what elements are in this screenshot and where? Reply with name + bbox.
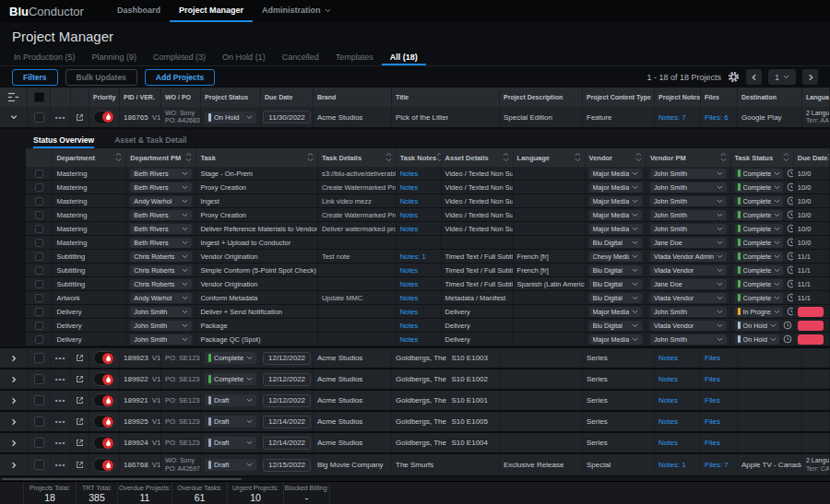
detail-tab-asset-task-detail[interactable]: Asset & Task Detail	[114, 133, 186, 148]
department-pm-select[interactable]: Beth Rivers	[130, 238, 192, 248]
department-pm-select[interactable]: Beth Rivers	[130, 224, 192, 234]
project-files-link[interactable]: Files	[705, 375, 720, 383]
vendor-select[interactable]: Major Media Service	[589, 169, 642, 179]
sort-icon[interactable]	[307, 152, 314, 164]
task-notes-link[interactable]: Notes	[400, 211, 419, 219]
vendor-pm-select[interactable]: John Smith	[650, 196, 727, 206]
vendor-select[interactable]: Blu Digital	[589, 279, 642, 289]
row-checkbox[interactable]	[34, 353, 44, 363]
more-options-button[interactable]: •••	[55, 417, 65, 426]
task-status-select[interactable]: On Hold	[735, 334, 779, 345]
sort-icon[interactable]	[720, 152, 727, 164]
more-options-button[interactable]: •••	[55, 439, 65, 447]
task-checkbox[interactable]	[35, 211, 43, 219]
next-page-button[interactable]	[802, 69, 818, 85]
collapse-row-icon[interactable]	[9, 112, 18, 122]
clock-icon[interactable]	[787, 265, 794, 275]
project-status-select[interactable]: On Hold	[205, 111, 256, 123]
project-notes-link[interactable]: Notes	[658, 417, 678, 426]
priority-toggle[interactable]	[93, 393, 115, 407]
vendor-select[interactable]: Major Media Service	[589, 210, 642, 220]
project-notes-link[interactable]: Notes	[658, 375, 678, 383]
task-notes-link[interactable]: Notes	[400, 322, 419, 330]
expand-row-icon[interactable]	[9, 396, 18, 405]
task-checkbox[interactable]	[35, 335, 43, 344]
nav-item-dashboard[interactable]: Dashboard	[108, 0, 170, 22]
clock-icon[interactable]	[783, 334, 792, 344]
department-pm-select[interactable]: John Smith	[130, 307, 192, 317]
priority-toggle[interactable]	[93, 111, 115, 124]
task-notes-link[interactable]: Notes	[400, 308, 419, 316]
project-notes-link[interactable]: Notes: 7	[658, 113, 686, 122]
vendor-pm-select[interactable]: John Smith	[650, 224, 727, 234]
expand-row-icon[interactable]	[9, 375, 18, 384]
vendor-pm-select[interactable]: John Smith	[650, 169, 727, 179]
clock-icon[interactable]	[787, 279, 794, 288]
vendor-select[interactable]: Major Media Service	[589, 196, 642, 206]
due-date-field[interactable]: 12/12/2022	[263, 373, 311, 386]
scrollbar-thumb[interactable]	[2, 478, 242, 480]
project-files-link[interactable]: Files	[705, 417, 720, 426]
project-status-select[interactable]: Draft	[205, 437, 256, 449]
task-notes-link[interactable]: Notes	[400, 266, 419, 275]
vendor-select[interactable]: Major Media Service	[589, 182, 642, 193]
row-checkbox[interactable]	[34, 374, 44, 384]
task-checkbox[interactable]	[35, 322, 43, 330]
more-options-button[interactable]: •••	[55, 461, 65, 469]
tab-on-hold-1-[interactable]: On Hold (1)	[214, 50, 274, 65]
task-status-select[interactable]: Completed	[735, 182, 783, 193]
vendor-select[interactable]: Blu Digital	[589, 293, 642, 303]
department-pm-select[interactable]: Beth Rivers	[130, 169, 192, 179]
sort-icon[interactable]	[575, 152, 581, 164]
task-notes-link[interactable]: Notes	[400, 280, 419, 288]
task-status-select[interactable]: Completed	[735, 169, 783, 179]
vendor-pm-select[interactable]: John Smith	[650, 210, 727, 220]
tab-all-18-[interactable]: All (18)	[382, 50, 426, 65]
project-notes-link[interactable]: Notes	[658, 354, 678, 362]
clock-icon[interactable]	[787, 210, 794, 219]
task-status-select[interactable]: Completed	[735, 252, 783, 262]
priority-toggle[interactable]	[93, 458, 115, 472]
task-status-select[interactable]: Completed	[735, 238, 783, 248]
bulk-updates-button[interactable]: Bulk Updates	[65, 69, 137, 86]
open-project-icon[interactable]	[75, 460, 85, 470]
clock-icon[interactable]	[787, 252, 794, 261]
clock-icon[interactable]	[787, 307, 794, 316]
task-checkbox[interactable]	[35, 308, 43, 316]
due-date-field[interactable]: 12/14/2022	[263, 416, 311, 428]
vendor-pm-select[interactable]: Vlada Vendor	[650, 321, 727, 331]
open-project-icon[interactable]	[75, 353, 85, 363]
more-options-button[interactable]: •••	[55, 354, 65, 362]
more-options-button[interactable]: •••	[55, 396, 65, 404]
vendor-pm-select[interactable]: Jane Doe	[650, 279, 727, 289]
expand-row-icon[interactable]	[9, 461, 18, 470]
task-checkbox[interactable]	[35, 252, 43, 261]
more-options-button[interactable]: •••	[55, 375, 65, 383]
clock-icon[interactable]	[787, 238, 794, 247]
task-status-select[interactable]: Completed	[735, 224, 783, 234]
task-checkbox[interactable]	[35, 225, 43, 233]
row-checkbox[interactable]	[34, 460, 44, 470]
task-checkbox[interactable]	[35, 266, 43, 275]
due-date-field[interactable]: 12/12/2022	[263, 394, 311, 407]
task-status-select[interactable]: Completed	[735, 196, 783, 206]
open-project-icon[interactable]	[75, 374, 85, 384]
priority-toggle[interactable]	[93, 351, 115, 365]
project-files-link[interactable]: Files	[705, 396, 720, 404]
task-status-select[interactable]: Completed	[735, 279, 783, 289]
select-all-checkbox[interactable]	[34, 92, 44, 102]
row-checkbox[interactable]	[34, 395, 44, 405]
detail-tab-status-overview[interactable]: Status Overview	[33, 133, 94, 148]
clock-icon[interactable]	[783, 321, 792, 330]
department-pm-select[interactable]: Beth Rivers	[130, 210, 192, 220]
due-date-field[interactable]: 11/30/2022	[263, 111, 310, 123]
department-pm-select[interactable]: Chris Roberts	[130, 265, 192, 275]
sort-icon[interactable]	[185, 152, 192, 164]
department-pm-select[interactable]: Beth Rivers	[130, 182, 192, 193]
row-checkbox[interactable]	[34, 438, 44, 448]
gear-icon[interactable]	[728, 71, 740, 83]
nav-item-administration[interactable]: Administration	[253, 0, 340, 22]
task-notes-link[interactable]: Notes	[400, 170, 419, 178]
expand-row-icon[interactable]	[9, 354, 18, 363]
department-pm-select[interactable]: John Smith	[130, 334, 192, 345]
